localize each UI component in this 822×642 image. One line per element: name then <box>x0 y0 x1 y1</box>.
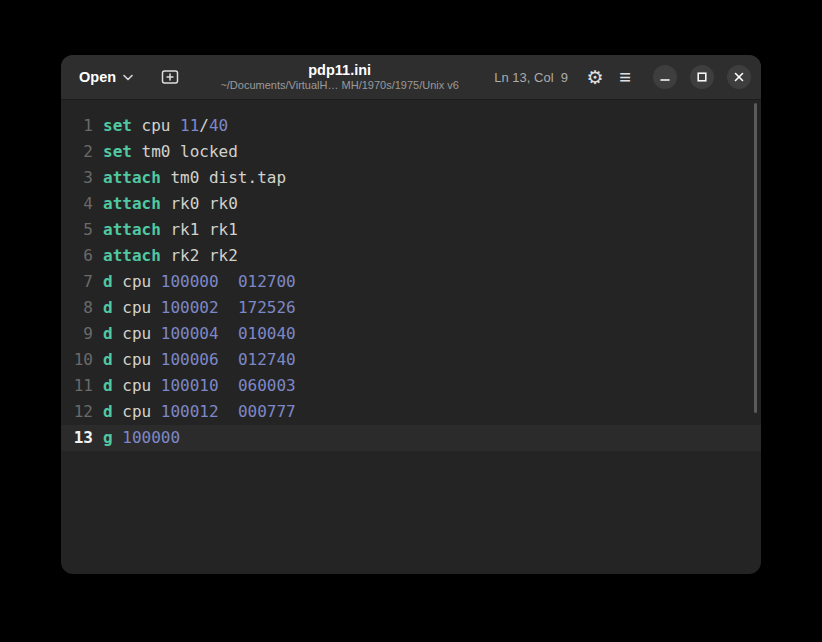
code-token: 012740 <box>238 347 296 373</box>
line-number: 13 <box>67 425 93 451</box>
code-line[interactable]: 4attach rk0 rk0 <box>61 191 761 217</box>
code-line[interactable]: 7d cpu 100000 012700 <box>61 269 761 295</box>
code-token <box>219 269 238 295</box>
open-button[interactable]: Open <box>71 63 141 91</box>
line-number: 3 <box>67 165 93 191</box>
code-token: g <box>103 425 113 451</box>
maximize-icon <box>696 71 708 83</box>
line-number: 8 <box>67 295 93 321</box>
code-token: set <box>103 139 132 165</box>
code-token: cpu <box>132 113 180 139</box>
code-token: rk2 rk2 <box>161 243 238 269</box>
code-line[interactable]: 10d cpu 100006 012740 <box>61 347 761 373</box>
line-number: 10 <box>67 347 93 373</box>
line-number: 9 <box>67 321 93 347</box>
code-line[interactable]: 5attach rk1 rk1 <box>61 217 761 243</box>
window-title-area: pdp11.ini ~/Documents/VirtualH… MH/1970s… <box>185 61 494 93</box>
code-token: attach <box>103 165 161 191</box>
document-settings-button[interactable]: ⚙ <box>580 62 610 92</box>
code-token: 100012 <box>161 399 219 425</box>
cursor-position-indicator[interactable]: Ln 13, Col 9 <box>494 70 568 85</box>
code-token: 172526 <box>238 295 296 321</box>
code-token: rk0 rk0 <box>161 191 238 217</box>
hamburger-menu-icon: ≡ <box>619 67 631 87</box>
headerbar-left: Open <box>71 62 185 92</box>
minimize-icon <box>659 71 671 83</box>
code-line[interactable]: 8d cpu 100002 172526 <box>61 295 761 321</box>
vertical-scrollbar[interactable] <box>754 103 757 413</box>
new-tab-button[interactable] <box>155 62 185 92</box>
code-token: 012700 <box>238 269 296 295</box>
code-token <box>219 373 238 399</box>
code-line[interactable]: 3attach tm0 dist.tap <box>61 165 761 191</box>
close-button[interactable] <box>727 65 751 89</box>
code-token: 100002 <box>161 295 219 321</box>
minimize-button[interactable] <box>653 65 677 89</box>
headerbar-right: Ln 13, Col 9 ⚙ ≡ <box>494 62 751 92</box>
gear-icon: ⚙ <box>586 68 603 87</box>
code-token: cpu <box>113 373 161 399</box>
code-token: d <box>103 321 113 347</box>
line-number: 12 <box>67 399 93 425</box>
chevron-down-icon <box>123 74 133 81</box>
code-token <box>219 295 238 321</box>
code-line[interactable]: 1set cpu 11/40 <box>61 113 761 139</box>
code-line[interactable]: 9d cpu 100004 010040 <box>61 321 761 347</box>
code-editor[interactable]: 1set cpu 11/402set tm0 locked3attach tm0… <box>61 100 761 574</box>
document-path: ~/Documents/VirtualH… MH/1970s/1975/Unix… <box>220 79 459 93</box>
code-line[interactable]: 6attach rk2 rk2 <box>61 243 761 269</box>
line-number: 5 <box>67 217 93 243</box>
text-editor-window: Open pdp11.ini ~/Documen <box>61 55 761 574</box>
code-line[interactable]: 2set tm0 locked <box>61 139 761 165</box>
code-line[interactable]: 12d cpu 100012 000777 <box>61 399 761 425</box>
code-line[interactable]: 13g 100000 <box>61 425 761 451</box>
line-number: 6 <box>67 243 93 269</box>
code-token: 100004 <box>161 321 219 347</box>
open-button-label: Open <box>79 69 116 85</box>
code-token: cpu <box>113 347 161 373</box>
code-token: d <box>103 399 113 425</box>
code-token: tm0 locked <box>132 139 238 165</box>
code-token: rk1 rk1 <box>161 217 238 243</box>
code-token: attach <box>103 217 161 243</box>
code-token: 40 <box>209 113 228 139</box>
code-token: d <box>103 373 113 399</box>
tab-new-icon <box>161 69 179 85</box>
code-token <box>113 425 123 451</box>
code-token: cpu <box>113 321 161 347</box>
line-number: 7 <box>67 269 93 295</box>
code-token: d <box>103 295 113 321</box>
code-token: 100010 <box>161 373 219 399</box>
line-number: 1 <box>67 113 93 139</box>
code-token: 000777 <box>238 399 296 425</box>
code-token: tm0 dist.tap <box>161 165 286 191</box>
code-token: 010040 <box>238 321 296 347</box>
line-number: 2 <box>67 139 93 165</box>
headerbar: Open pdp11.ini ~/Documen <box>61 55 761 100</box>
code-token <box>219 347 238 373</box>
code-token: attach <box>103 243 161 269</box>
code-token: cpu <box>113 399 161 425</box>
close-icon <box>733 71 745 83</box>
code-area: 1set cpu 11/402set tm0 locked3attach tm0… <box>61 113 761 451</box>
code-token: 100000 <box>122 425 180 451</box>
code-token: cpu <box>113 295 161 321</box>
code-token: 100000 <box>161 269 219 295</box>
code-line[interactable]: 11d cpu 100010 060003 <box>61 373 761 399</box>
code-token: 11 <box>180 113 199 139</box>
code-token: 060003 <box>238 373 296 399</box>
line-number: 11 <box>67 373 93 399</box>
code-token: d <box>103 269 113 295</box>
code-token: / <box>199 113 209 139</box>
maximize-button[interactable] <box>690 65 714 89</box>
code-token: d <box>103 347 113 373</box>
code-token: attach <box>103 191 161 217</box>
main-menu-button[interactable]: ≡ <box>610 62 640 92</box>
code-token: set <box>103 113 132 139</box>
code-token <box>219 399 238 425</box>
code-token: 100006 <box>161 347 219 373</box>
code-token: cpu <box>113 269 161 295</box>
line-number: 4 <box>67 191 93 217</box>
document-title: pdp11.ini <box>308 61 371 79</box>
code-token <box>219 321 238 347</box>
